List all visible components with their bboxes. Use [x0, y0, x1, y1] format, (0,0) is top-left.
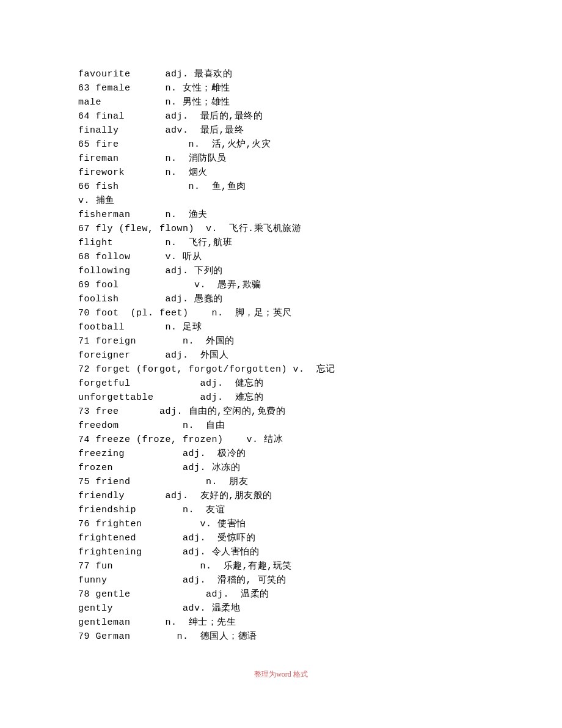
vocabulary-line: freezing adj. 极冷的 — [78, 447, 513, 461]
vocabulary-line: firework n. 烟火 — [78, 166, 513, 180]
vocabulary-line: 75 friend n. 朋友 — [78, 475, 513, 489]
vocabulary-line: friendly adj. 友好的,朋友般的 — [78, 489, 513, 503]
vocabulary-line: 79 German n. 德国人；德语 — [78, 630, 513, 644]
vocabulary-line: gentleman n. 绅士；先生 — [78, 616, 513, 630]
vocabulary-line: 67 fly (flew, flown) v. 飞行.乘飞机旅游 — [78, 222, 513, 236]
vocabulary-line: 64 final adj. 最后的,最终的 — [78, 109, 513, 123]
vocabulary-line: fisherman n. 渔夫 — [78, 208, 513, 222]
vocabulary-line: frightening adj. 令人害怕的 — [78, 545, 513, 559]
vocabulary-line: gently adv. 温柔地 — [78, 601, 513, 616]
vocabulary-line: unforgettable adj. 难忘的 — [78, 391, 513, 405]
vocabulary-line: favourite adj. 最喜欢的 — [78, 67, 513, 81]
vocabulary-line: 63 female n. 女性；雌性 — [78, 81, 513, 95]
vocabulary-line: 76 frighten v. 使害怕 — [78, 517, 513, 531]
vocabulary-line: 66 fish n. 鱼,鱼肉 — [78, 180, 513, 194]
vocabulary-line: friendship n. 友谊 — [78, 503, 513, 517]
vocabulary-line: 74 freeze (froze, frozen) v. 结冰 — [78, 433, 513, 447]
vocabulary-line: 65 fire n. 活,火炉,火灾 — [78, 138, 513, 152]
vocabulary-line: 69 fool v. 愚弄,欺骗 — [78, 278, 513, 292]
vocabulary-line: 73 free adj. 自由的,空闲的,免费的 — [78, 405, 513, 419]
vocabulary-line: following adj. 下列的 — [78, 264, 513, 278]
vocabulary-line: fireman n. 消防队员 — [78, 152, 513, 166]
vocabulary-line: 77 fun n. 乐趣,有趣,玩笑 — [78, 559, 513, 573]
content-lines: favourite adj. 最喜欢的63 female n. 女性；雌性mal… — [78, 67, 513, 644]
vocabulary-line: 72 forget (forgot, forgot/forgotten) v. … — [78, 362, 513, 377]
page-footer: 整理为word 格式 — [0, 669, 562, 680]
vocabulary-line: foolish adj. 愚蠢的 — [78, 292, 513, 306]
vocabulary-line: finally adv. 最后,最终 — [78, 123, 513, 138]
vocabulary-line: foreigner adj. 外国人 — [78, 348, 513, 362]
vocabulary-line: frightened adj. 受惊吓的 — [78, 531, 513, 545]
vocabulary-line: 71 foreign n. 外国的 — [78, 334, 513, 348]
vocabulary-line: male n. 男性；雄性 — [78, 95, 513, 109]
vocabulary-line: 68 follow v. 听从 — [78, 250, 513, 264]
document-page: favourite adj. 最喜欢的63 female n. 女性；雌性mal… — [0, 0, 562, 728]
vocabulary-line: freedom n. 自由 — [78, 419, 513, 433]
vocabulary-line: forgetful adj. 健忘的 — [78, 377, 513, 391]
vocabulary-line: 70 foot (pl. feet) n. 脚，足；英尺 — [78, 306, 513, 320]
vocabulary-line: frozen adj. 冰冻的 — [78, 461, 513, 475]
vocabulary-line: football n. 足球 — [78, 320, 513, 334]
vocabulary-line: 78 gentle adj. 温柔的 — [78, 587, 513, 601]
vocabulary-line: v. 捕鱼 — [78, 194, 513, 208]
vocabulary-line: funny adj. 滑稽的, 可笑的 — [78, 573, 513, 587]
vocabulary-line: flight n. 飞行,航班 — [78, 236, 513, 250]
